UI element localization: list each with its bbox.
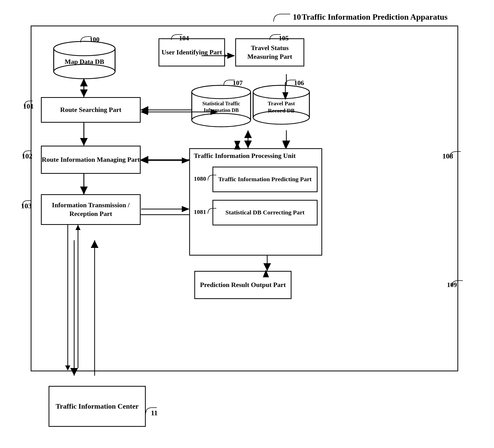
prediction-result-output: Prediction Result Output Part <box>194 271 291 299</box>
traffic-info-processing-title: Traffic Information Processing Unit <box>194 152 296 160</box>
user-identifying-label: User Identifying Part <box>162 48 222 57</box>
traffic-info-predicting-label: Traffic Information Predicting Part <box>218 175 312 183</box>
traffic-info-processing-unit: Traffic Information Processing Unit Traf… <box>189 148 322 256</box>
diagram-container: 10 Traffic Information Prediction Appara… <box>15 10 479 438</box>
apparatus-title: Traffic Information Prediction Apparatus <box>302 12 447 22</box>
apparatus-number: 10 <box>293 12 301 22</box>
statistical-db-correcting-part: Statistical DB Correcting Part <box>212 200 318 225</box>
statistical-db-correcting-number: 1081 <box>194 208 206 216</box>
svg-marker-53 <box>65 365 70 371</box>
map-data-db: Map Data DB 100 <box>51 41 118 79</box>
travel-status-measuring-part: Travel Status Measuring Part <box>235 38 304 66</box>
travel-status-label: Travel Status Measuring Part <box>236 44 304 61</box>
route-searching-label: Route Searching Part <box>60 106 121 114</box>
traffic-info-predicting-number: 1080 <box>194 175 206 183</box>
statistical-traffic-db: Statistical Traffic Information DB 107 <box>189 84 253 128</box>
svg-marker-55 <box>75 225 81 230</box>
info-transmission-label: Information Transmission / Reception Par… <box>42 201 140 218</box>
tic-label: Traffic Information Center <box>56 401 139 411</box>
traffic-info-center: Traffic Information Center <box>49 386 146 427</box>
user-identifying-part: User Identifying Part <box>159 38 225 66</box>
route-searching-part: Route Searching Part <box>41 97 141 123</box>
statistical-db-correcting-label: Statistical DB Correcting Part <box>226 209 305 216</box>
route-info-managing-part: Route Information Managing Part <box>41 146 141 174</box>
traffic-info-predicting-part: Traffic Information Predicting Part <box>212 167 318 192</box>
route-info-managing-label: Route Information Managing Part <box>42 155 140 164</box>
vertical-arrows <box>60 225 101 378</box>
prediction-result-label: Prediction Result Output Part <box>200 281 286 289</box>
info-transmission-part: Information Transmission / Reception Par… <box>41 194 141 225</box>
